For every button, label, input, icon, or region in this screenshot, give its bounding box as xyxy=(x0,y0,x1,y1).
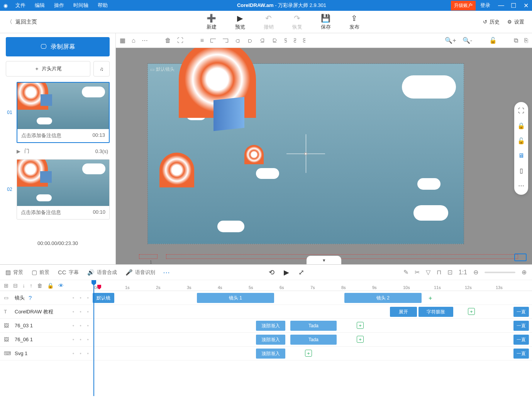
fit-icon[interactable]: ⊡ xyxy=(447,269,452,276)
align-center-v-icon[interactable]: ⫍ xyxy=(210,37,216,44)
align-top-icon[interactable]: ⫏ xyxy=(235,37,241,44)
toolbar-发布[interactable]: ⇪发布 xyxy=(349,14,359,31)
track-head[interactable]: 🖼 76_03 1 ●●● xyxy=(0,323,93,328)
back-home-button[interactable]: 〈 返回主页 xyxy=(0,19,44,26)
monitor-icon[interactable]: 🖥 xyxy=(518,152,524,159)
transition-row[interactable]: ▶ 门 0.3(s) xyxy=(6,145,110,159)
always-segment[interactable]: 一直 xyxy=(513,349,529,359)
track-head[interactable]: ⌨ Svg 1 ●●● xyxy=(0,350,93,356)
segment[interactable]: Tada xyxy=(290,335,337,345)
clip-card[interactable]: 点击添加备注信息 00:10 xyxy=(17,159,110,219)
add-track-icon[interactable]: ⊞ xyxy=(4,282,8,289)
focus-icon[interactable]: ⛶ xyxy=(177,37,183,44)
crop-icon[interactable]: ▦ xyxy=(120,37,125,44)
tl-tab-语音识别[interactable]: 🎤语音识别 xyxy=(125,269,155,276)
zoom-in-icon[interactable]: 🔍+ xyxy=(445,37,456,44)
login-button[interactable]: 登录 xyxy=(476,2,495,9)
spacing-h-icon[interactable]: ⫔ xyxy=(293,37,296,44)
align-left-icon[interactable]: ≡ xyxy=(200,37,204,44)
add-segment-icon[interactable]: + xyxy=(305,350,312,357)
tl-tab-前景[interactable]: ▢前景 xyxy=(32,269,49,276)
maximize-button[interactable]: ☐ xyxy=(507,2,520,9)
more-tab-icon[interactable]: ⋯ xyxy=(163,268,170,277)
segment[interactable]: 镜头 1 xyxy=(197,293,274,303)
scale-icon[interactable]: 1:1 xyxy=(459,269,467,276)
track-body[interactable]: 顶部渐入Tada+一直 xyxy=(93,333,532,346)
play-button[interactable]: ▶ xyxy=(284,268,289,277)
align-bottom-icon[interactable]: ⫑ xyxy=(259,37,266,44)
play-icon[interactable]: ▶ xyxy=(17,148,20,154)
track-head[interactable]: T CorelDRAW 教程 ●●● xyxy=(0,308,93,315)
track-head[interactable]: ▭ 镜头 ?●●● xyxy=(0,294,93,301)
zoom-out-tl-icon[interactable]: ⊖ xyxy=(473,269,478,276)
menu-help[interactable]: 帮助 xyxy=(93,2,112,9)
upgrade-button[interactable]: 升级账户 xyxy=(451,1,476,10)
menu-timeline[interactable]: 时间轴 xyxy=(69,2,93,9)
add-segment-icon[interactable]: + xyxy=(357,336,364,343)
edit-icon[interactable]: ✎ xyxy=(403,269,408,276)
copy-icon[interactable]: ⧉ xyxy=(514,37,518,44)
clip-card[interactable]: 点击添加备注信息 00:13 xyxy=(17,82,110,143)
canvas-frame[interactable]: ▭ 默认镜头 xyxy=(147,63,464,244)
stage[interactable]: ▭ 默认镜头 1 ⛶ 🔒 � xyxy=(116,48,532,264)
toolbar-保存[interactable]: 💾保存 xyxy=(321,14,331,31)
distribute-h-icon[interactable]: ⫒ xyxy=(272,37,278,44)
segment[interactable]: 展开 xyxy=(390,307,417,317)
align-middle-icon[interactable]: ⫐ xyxy=(247,37,253,44)
device-icon[interactable]: ▯ xyxy=(520,167,523,174)
track-body[interactable]: 展开字符膨胀+一直 xyxy=(93,305,532,318)
cut-icon[interactable]: ✂ xyxy=(415,269,420,276)
clip-note[interactable]: 点击添加备注信息 xyxy=(21,132,61,139)
delete-track-icon[interactable]: 🗑 xyxy=(37,282,42,289)
clip-item[interactable]: 02 点击添加备注信息 00:10 xyxy=(6,159,110,219)
rewind-button[interactable]: ⟲ xyxy=(269,268,274,277)
zoom-out-icon[interactable]: 🔍- xyxy=(463,37,472,44)
menu-action[interactable]: 操作 xyxy=(49,2,69,9)
magnet-icon[interactable]: ⊓ xyxy=(437,269,441,276)
menu-file[interactable]: 文件 xyxy=(11,2,30,9)
fullscreen-play-icon[interactable]: ⤢ xyxy=(298,268,304,277)
segment[interactable]: 顶部渐入 xyxy=(256,349,285,359)
zoom-in-tl-icon[interactable]: ⊕ xyxy=(522,269,527,276)
delete-icon[interactable]: 🗑 xyxy=(165,37,171,44)
track-body[interactable]: 顶部渐入Tada+一直 xyxy=(93,319,532,332)
move-down-icon[interactable]: ↓ xyxy=(22,282,25,289)
history-button[interactable]: ↺ 历史 xyxy=(483,19,500,26)
more-icon[interactable]: ⋯ xyxy=(142,37,148,44)
minimize-button[interactable]: — xyxy=(495,2,507,9)
segment[interactable]: 默认镜 xyxy=(93,293,114,303)
record-screen-button[interactable]: 🖵 录制屏幕 xyxy=(6,37,110,56)
add-segment-icon[interactable]: + xyxy=(429,295,432,302)
help-icon[interactable]: ? xyxy=(29,294,32,301)
segment[interactable]: Tada xyxy=(290,321,337,331)
zoom-slider[interactable] xyxy=(485,272,515,273)
settings-button[interactable]: ⚙ 设置 xyxy=(507,19,524,26)
clip-note[interactable]: 点击添加备注信息 xyxy=(21,209,61,216)
segment[interactable]: 顶部渐入 xyxy=(256,335,285,345)
unlock2-icon[interactable]: 🔓 xyxy=(517,137,525,145)
close-button[interactable]: ✕ xyxy=(520,2,532,9)
toolbar-新建[interactable]: ➕新建 xyxy=(207,14,217,31)
visibility-icon[interactable]: 👁 xyxy=(58,282,64,289)
expand-tab[interactable]: ▾ xyxy=(307,256,341,264)
align-right-icon[interactable]: ⫎ xyxy=(222,37,229,44)
segment[interactable]: 镜头 2 xyxy=(344,293,422,303)
home-icon[interactable]: ⌂ xyxy=(132,37,136,44)
timeline-ruler[interactable]: 0s1s2s3s4s5s6s7s8s9s10s11s12s13s xyxy=(93,280,532,291)
music-button[interactable]: ♫ xyxy=(93,61,110,77)
move-up-icon[interactable]: ↑ xyxy=(30,282,32,289)
tl-tab-字幕[interactable]: CC字幕 xyxy=(58,269,79,276)
playhead[interactable] xyxy=(93,280,94,396)
add-segment-icon[interactable]: + xyxy=(357,322,364,329)
lock-track-icon[interactable]: 🔒 xyxy=(47,282,54,289)
track-body[interactable]: 顶部渐入+一直 xyxy=(93,347,532,360)
spacing-v-icon[interactable]: ⫕ xyxy=(303,37,306,44)
intro-outro-button[interactable]: ＋ 片头片尾 xyxy=(6,61,90,77)
lock-icon[interactable]: 🔒 xyxy=(517,122,525,129)
distribute-v-icon[interactable]: ⫓ xyxy=(284,37,287,44)
track-head[interactable]: 🖼 76_06 1 ●●● xyxy=(0,337,93,342)
clip-item[interactable]: 01 点击添加备注信息 00:13 xyxy=(6,82,110,143)
always-segment[interactable]: 一直 xyxy=(513,335,529,345)
add-segment-icon[interactable]: + xyxy=(468,308,475,315)
tl-tab-语音合成[interactable]: 🔊语音合成 xyxy=(87,269,117,276)
